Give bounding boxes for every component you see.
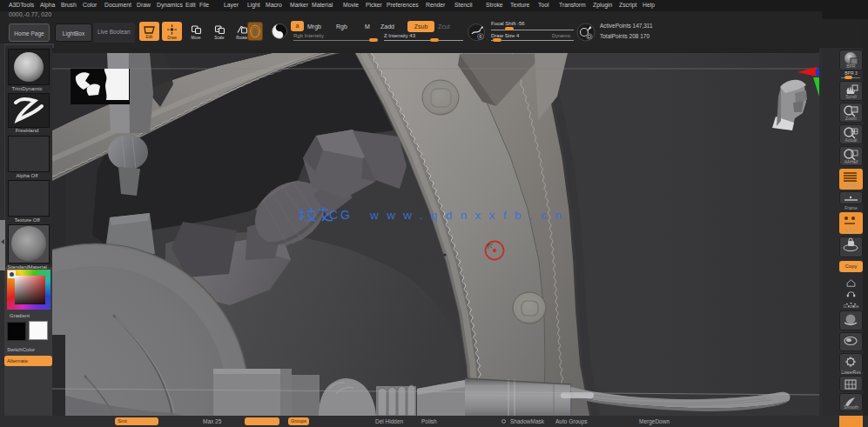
svg-text:CG: CG xyxy=(329,208,353,222)
svg-text:Edit: Edit xyxy=(146,35,154,39)
svg-text:D: D xyxy=(588,34,592,39)
svg-text:Scale: Scale xyxy=(214,36,225,40)
svg-text:Move: Move xyxy=(191,36,201,40)
svg-text:Draw: Draw xyxy=(167,36,177,40)
svg-text:www.qdnxxfb.cn: www.qdnxxfb.cn xyxy=(369,209,569,222)
